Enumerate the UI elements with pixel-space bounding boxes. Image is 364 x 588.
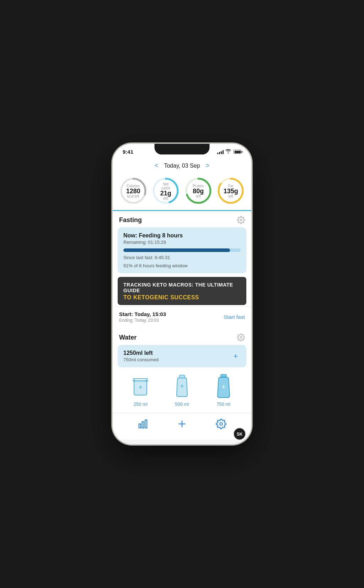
battery-icon: [234, 150, 241, 154]
water-consumed: 750ml consumed: [123, 357, 159, 362]
current-date: Today, 03 Sep: [164, 163, 200, 169]
prev-date-button[interactable]: <: [155, 162, 159, 169]
bottle-750-label: 750 ml: [216, 401, 230, 407]
fasting-progress-bar: [123, 248, 241, 252]
svg-rect-19: [221, 374, 226, 377]
phone-screen: 9:41: [113, 144, 251, 444]
fasting-card-title: Now: Feeding 8 hours: [123, 232, 241, 239]
svg-rect-26: [142, 422, 144, 428]
water-bottle-250[interactable]: + 250 ml: [130, 374, 151, 407]
bottle-500-label: 500 ml: [175, 401, 189, 407]
water-settings-icon[interactable]: [237, 334, 245, 341]
fasting-status-card: Now: Feeding 8 hours Remaining: 01:15:29…: [118, 227, 246, 273]
water-status-card: 1250ml left 750ml consumed +: [118, 345, 246, 367]
svg-point-30: [220, 422, 223, 425]
fasting-title: Fasting: [119, 216, 142, 224]
wifi-icon: [225, 149, 231, 154]
svg-text:+: +: [221, 383, 226, 391]
calories-unit: kcal left: [127, 194, 139, 198]
banner-overlay: TRACKING KETO MACROS: THE ULTIMATE GUIDE…: [118, 277, 246, 305]
protein-value: 80g: [193, 188, 204, 194]
fasting-hours: 91% of 8 hours feeding window: [123, 263, 241, 268]
watermark-logo: SK: [234, 428, 246, 440]
screen-content[interactable]: < Today, 03 Sep > Calories 1280 kcal lef…: [113, 157, 251, 440]
svg-text:+: +: [180, 382, 184, 390]
water-bottles-row: + 250 ml +: [113, 370, 251, 413]
water-amount: 1250ml left: [123, 350, 159, 356]
fasting-remaining: Remaining: 01:15:29: [123, 240, 241, 245]
water-section: Water 1250ml left 750ml consumed +: [113, 329, 251, 413]
watermark-text: Shun Keto: [222, 430, 231, 438]
svg-text:SK: SK: [237, 432, 243, 437]
glass-icon: +: [130, 374, 151, 399]
status-time: 9:41: [123, 149, 133, 155]
start-fast-button[interactable]: Start fast: [224, 314, 245, 320]
add-water-button[interactable]: +: [231, 351, 241, 361]
macros-row: Calories 1280 kcal left Net carbs 21g le…: [113, 173, 251, 211]
fasting-since: Since last fast: 6:45:31: [123, 255, 241, 260]
phone-notch: [155, 144, 210, 154]
svg-point-8: [240, 219, 242, 221]
netcarbs-value: 21g: [160, 190, 171, 196]
watermark: Shun Keto SK: [222, 428, 246, 440]
protein-macro[interactable]: Protein 80g left: [184, 177, 213, 205]
fasting-progress-fill: [123, 248, 230, 252]
svg-text:+: +: [138, 383, 143, 391]
nav-stats-button[interactable]: [138, 419, 148, 429]
calories-value: 1280: [126, 188, 140, 194]
banner-subtitle: TO KETOGENIC SUCCESS: [123, 294, 241, 301]
water-bottle-750[interactable]: + 750 ml: [213, 374, 234, 407]
netcarbs-unit: left: [164, 196, 168, 200]
water-info: 1250ml left 750ml consumed: [123, 350, 159, 362]
bottle-500-icon: +: [172, 374, 192, 399]
svg-rect-27: [145, 420, 147, 428]
signal-icon: [217, 150, 224, 154]
fasting-section: Fasting Now: Feeding 8 hours Remaining: …: [113, 211, 251, 327]
netcarbs-macro[interactable]: Net carbs 21g left: [151, 177, 180, 205]
netcarbs-label: Net carbs: [159, 182, 173, 190]
watermark-shun: Shun: [222, 430, 231, 434]
fast-start-time: Start: Today, 15:03: [119, 311, 166, 317]
bottle-250-label: 250 ml: [134, 401, 148, 407]
svg-point-9: [240, 336, 242, 338]
fast-end-time: Ending: Today, 23:03: [119, 318, 166, 323]
phone-frame: 9:41: [113, 144, 251, 444]
calories-macro[interactable]: Calories 1280 kcal left: [119, 177, 148, 205]
protein-unit: left: [196, 194, 200, 198]
banner-title: TRACKING KETO MACROS: THE ULTIMATE GUIDE: [123, 282, 241, 293]
fat-unit: left: [229, 194, 233, 198]
svg-rect-25: [139, 424, 140, 428]
status-icons: [217, 149, 241, 154]
fast-times: Start: Today, 15:03 Ending: Today, 23:03: [119, 311, 166, 323]
fasting-header: Fasting: [113, 211, 251, 227]
water-title: Water: [119, 334, 136, 341]
next-date-button[interactable]: >: [206, 162, 210, 169]
bottle-750-icon: +: [213, 374, 234, 399]
water-header: Water: [113, 329, 251, 345]
svg-rect-17: [179, 375, 185, 378]
watermark-keto: Keto: [223, 434, 231, 438]
fast-timing-row: Start: Today, 15:03 Ending: Today, 23:03…: [113, 306, 251, 327]
nav-add-button[interactable]: [176, 418, 188, 430]
fasting-settings-icon[interactable]: [237, 216, 245, 224]
water-bottle-500[interactable]: + 500 ml: [172, 374, 192, 407]
fat-value: 135g: [224, 188, 238, 194]
date-navigation: < Today, 03 Sep >: [113, 157, 251, 173]
fat-macro[interactable]: Fat 135g left: [216, 177, 245, 205]
